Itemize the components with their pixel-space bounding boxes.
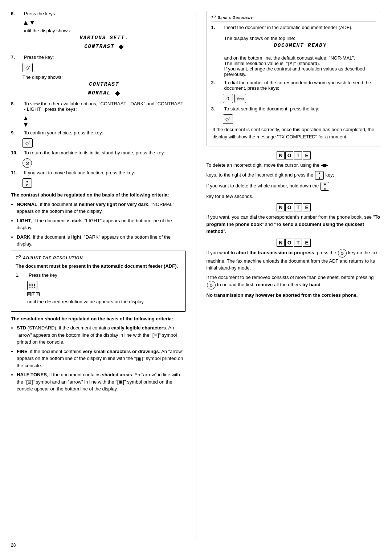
display-contrast-1: CONTRAST ◆ — [23, 42, 186, 51]
note-2-body: If you want, you can dial the correspond… — [207, 214, 381, 235]
step-6-number: 6. — [11, 11, 23, 16]
grid-key-wrap — [27, 281, 181, 290]
note-2-boxes: N O T E — [277, 203, 311, 211]
bullet-light: LIGHT, if the document is dark. "LIGHT" … — [17, 217, 186, 231]
note-3-line2: If the document to be removed consists o… — [207, 274, 381, 290]
down-arrow-icon: ▼ — [29, 19, 36, 26]
note-1-line4: key for a few seconds. — [207, 193, 381, 200]
note3-n-box: N — [277, 239, 285, 247]
step-6: 6. Press the keys — [11, 11, 186, 16]
resolution-grid-dots: ✕ ✕ ✕ — [27, 292, 181, 296]
bullet-fine: FINE, if the document contains very smal… — [17, 348, 186, 369]
display-contrast-2: CONTRAST — [23, 81, 186, 87]
step-11-number: 11. — [11, 170, 23, 175]
step-6-until: until the display shows: VARIOUS SETT. C… — [23, 28, 186, 51]
up-arrow-icon: ▲ — [23, 19, 29, 26]
note-3-text: If you want to abort the transmission in… — [207, 249, 381, 299]
column-divider — [196, 11, 196, 540]
step-7: 7. Press the key: — [11, 54, 186, 60]
note-o-box: O — [285, 151, 293, 159]
right-step-1: 1. Insert the document in the automatic … — [211, 25, 377, 77]
step-6-text: Press the keys — [24, 11, 55, 16]
right-step-2-content: To dial the number of the correspondent … — [224, 80, 377, 91]
note-3-line1: If you want to abort the transmission in… — [207, 249, 381, 272]
up-arrow-icon-2: ▲ — [23, 115, 29, 121]
c-key-inline-2[interactable]: ●c — [320, 182, 329, 191]
adjust-step-1: 1. Press the key — [16, 272, 181, 278]
diamond-key-1[interactable]: ◇ ▪ — [23, 63, 33, 72]
step-6-content: Press the keys — [24, 11, 186, 16]
note-n-box: N — [277, 151, 285, 159]
until-text: until the desired resolution value appea… — [27, 298, 181, 305]
page: 6. Press the keys ▲ ▼ until the display … — [0, 0, 392, 555]
standby-key-inline-1[interactable]: ⊘ — [338, 249, 347, 258]
adjust-resolution-title: TO ADJUST THE RESOLUTION — [16, 255, 181, 260]
right-step-3-number: 3. — [211, 106, 223, 112]
step-10-number: 10. — [11, 150, 23, 155]
bullet-dark: DARK, if the document is light. "DARK" a… — [17, 234, 186, 248]
right-step-1-content: Insert the document in the automatic doc… — [224, 25, 377, 77]
left-column: 6. Press the keys ▲ ▼ until the display … — [11, 11, 186, 540]
note-1-line1: To delete an incorrect digit, move the c… — [207, 162, 381, 169]
step-9-content: To confirm your choice, press the key: — [24, 130, 186, 135]
note-2-header: N O T E — [207, 203, 381, 211]
step-8: 8. To view the other available options, … — [11, 101, 186, 112]
resolution-heading: The resolution should be regulated on th… — [11, 315, 186, 323]
send-document-title: TO SEND A DOCUMENT — [211, 15, 377, 22]
send-diamond-key-wrap: ◇ ▪ — [223, 114, 377, 124]
diamond-key-2-wrap: ◇ ▪ — [23, 138, 186, 148]
note-1-line3: if you want to delete the whole number, … — [207, 182, 381, 191]
note2-e-box: E — [303, 203, 311, 211]
note-3-boxes: N O T E — [277, 239, 311, 247]
phone-key-wrap: 0 9write — [223, 94, 377, 103]
diamond-key-1-wrap: ◇ ▪ — [23, 63, 186, 72]
note3-o-box: O — [285, 239, 293, 247]
send-diamond-key[interactable]: ◇ ▪ — [223, 114, 233, 124]
bullet-std: STD (STANDARD), if the document contains… — [17, 324, 186, 346]
step-8-content: To view the other available options, "CO… — [24, 101, 186, 112]
dial-key[interactable]: 9write — [234, 94, 246, 103]
step-8-number: 8. — [11, 101, 23, 106]
note2-t-box: T — [294, 203, 302, 211]
adjust-resolution-body: The document must be present in the auto… — [16, 263, 181, 270]
note-t-box: T — [294, 151, 302, 159]
c-key-wrap: ● C — [23, 178, 186, 188]
step-9: 9. To confirm your choice, press the key… — [11, 130, 186, 135]
note2-o-box: O — [285, 203, 293, 211]
right-arrow-icon-1: ◆ — [119, 43, 124, 50]
step-11-content: If you want to move back one function, p… — [24, 170, 186, 175]
note-1-boxes: N O T E — [277, 151, 311, 159]
step-7-content: Press the key: — [24, 54, 186, 60]
note-3-header: N O T E — [207, 239, 381, 247]
send-document-box: TO SEND A DOCUMENT 1. Insert the documen… — [207, 11, 381, 146]
step-11: 11. If you want to move back one functio… — [11, 170, 186, 175]
document-ready-display: DOCUMENT READY — [224, 42, 377, 48]
step-10-content: To return the fax machine to its initial… — [24, 150, 186, 155]
c-key[interactable]: ● C — [23, 178, 32, 188]
note-e-box: E — [303, 151, 311, 159]
note3-e-box: E — [303, 239, 311, 247]
stop-key-wrap: ⊘ — [23, 158, 186, 168]
stop-key[interactable]: ⊘ — [23, 158, 32, 168]
note-1-text: To delete an incorrect digit, move the c… — [207, 162, 381, 200]
step-10: 10. To return the fax machine to its ini… — [11, 150, 186, 155]
step-7-number: 7. — [11, 54, 23, 60]
diamond-key-2[interactable]: ◇ ▪ — [23, 138, 33, 148]
adjust-step-1-number: 1. — [16, 272, 27, 278]
standby-key-inline-2[interactable]: ⊘ — [207, 281, 216, 289]
up-down-arrows-2: ▲ ▼ — [23, 115, 186, 128]
right-step-1-number: 1. — [211, 25, 223, 30]
grid-key[interactable] — [27, 281, 37, 290]
page-number: 28 — [11, 543, 16, 548]
display-normal: NORMAL ◆ — [23, 89, 186, 97]
note3-t-box: T — [294, 239, 302, 247]
zero-key[interactable]: 0 — [223, 94, 233, 103]
contrast-heading: The contrast should be regulated on the … — [11, 191, 186, 199]
c-key-inline-1[interactable]: ●c — [315, 171, 324, 180]
note-2-text: If you want, you can dial the correspond… — [207, 214, 381, 235]
step-9-number: 9. — [11, 130, 23, 135]
right-arrow-icon-2: ◆ — [115, 90, 120, 96]
down-arrow-icon-2: ▼ — [23, 121, 29, 128]
up-down-arrows-1: ▲ ▼ — [23, 19, 186, 26]
right-step-3-sub: If the document is sent correctly, once … — [213, 126, 377, 140]
